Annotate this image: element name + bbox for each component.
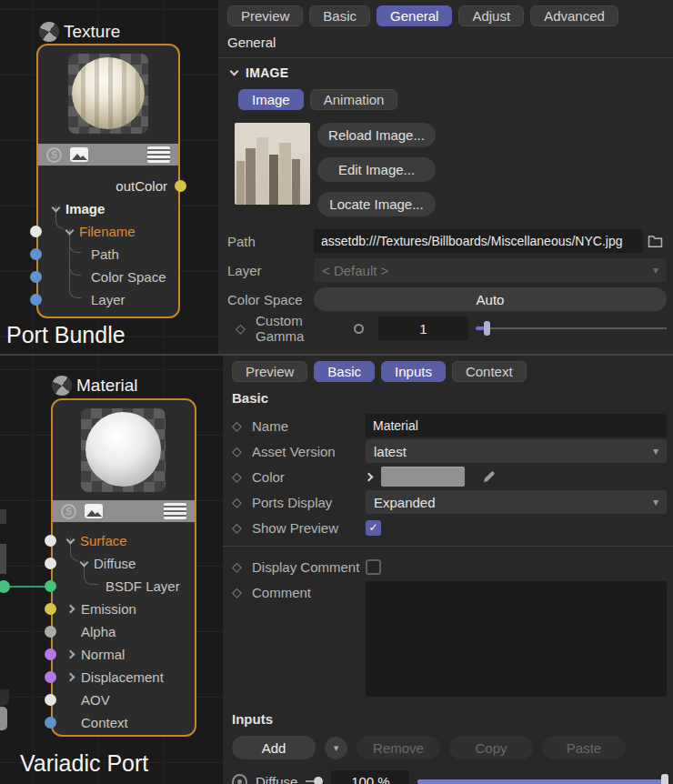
diffuse-value[interactable]: 100 % <box>331 770 409 784</box>
colorspace-button[interactable]: Auto <box>314 287 667 311</box>
expand-chevron-icon[interactable] <box>66 605 75 614</box>
asset-version-dropdown[interactable]: latest ▾ <box>366 439 667 463</box>
custom-gamma-slider[interactable] <box>476 321 667 336</box>
ports-display-dropdown[interactable]: Expanded ▾ <box>366 490 667 514</box>
solo-badge-icon[interactable]: S <box>46 147 62 163</box>
image-section-header[interactable]: IMAGE <box>231 65 667 80</box>
port-dot-bsdf-layer[interactable] <box>45 580 56 592</box>
keyframe-diamond-icon[interactable]: ◇ <box>232 495 252 509</box>
collapse-chevron-icon[interactable] <box>52 203 61 212</box>
color-swatch[interactable] <box>381 467 465 487</box>
material-node[interactable]: S Surface Diffuse <box>51 398 196 737</box>
port-dot-normal[interactable] <box>45 648 56 660</box>
port-dot-aov[interactable] <box>45 694 56 706</box>
port-label-emission: Emission <box>81 601 136 617</box>
tab-context[interactable]: Context <box>452 361 527 382</box>
remove-button[interactable]: Remove <box>357 736 440 759</box>
port-row-context: Context <box>53 711 195 734</box>
tab-inputs[interactable]: Inputs <box>381 361 446 382</box>
tab-basic[interactable]: Basic <box>314 361 375 382</box>
layer-row: Layer < Default > ▾ <box>227 258 667 282</box>
copy-button[interactable]: Copy <box>449 736 533 759</box>
show-preview-checkbox[interactable]: ✓ <box>366 520 381 536</box>
image-badge-icon[interactable] <box>85 504 103 518</box>
keyframe-diamond-icon[interactable]: ◇ <box>232 469 252 484</box>
port-dot-displacement[interactable] <box>45 671 56 683</box>
port-dot-context[interactable] <box>45 717 56 729</box>
port-dot-emission[interactable] <box>45 603 56 615</box>
folder-icon[interactable] <box>643 229 667 253</box>
diffuse-input-row: Diffuse 100 % <box>232 770 667 784</box>
mode-tab-animation[interactable]: Animation <box>310 89 398 110</box>
menu-icon[interactable] <box>164 503 186 519</box>
colorspace-value: Auto <box>477 292 505 307</box>
keyframe-diamond-icon[interactable]: ◇ <box>232 444 252 458</box>
tab-basic[interactable]: Basic <box>309 5 370 26</box>
display-comment-checkbox[interactable] <box>366 559 381 575</box>
expand-chevron-icon[interactable] <box>66 650 75 659</box>
add-button[interactable]: Add <box>232 736 316 759</box>
node-editor-canvas-bottom[interactable]: Material S Surface <box>0 356 223 784</box>
name-input[interactable] <box>366 414 667 437</box>
visibility-eye-icon[interactable] <box>232 774 247 784</box>
collapse-chevron-icon[interactable] <box>66 535 75 544</box>
port-label-layer: Layer <box>91 292 126 307</box>
eyedropper-icon[interactable] <box>477 465 501 488</box>
texture-node-title: Texture <box>39 22 120 42</box>
ports-display-value: Expanded <box>374 495 436 510</box>
collapse-chevron-icon[interactable] <box>65 226 75 235</box>
path-input[interactable] <box>314 229 643 253</box>
port-dot-path[interactable] <box>30 248 42 260</box>
keyframe-diamond-icon[interactable]: ◇ <box>232 520 252 535</box>
custom-gamma-value[interactable]: 1 <box>378 317 468 340</box>
layer-dropdown[interactable]: < Default > ▾ <box>314 258 667 282</box>
divider <box>223 546 673 547</box>
port-row-displacement: Displacement <box>53 666 195 689</box>
wire-endpoint-dot[interactable] <box>0 580 10 593</box>
add-dropdown-button[interactable]: ▾ <box>325 737 347 759</box>
port-dot-surface[interactable] <box>45 535 56 547</box>
tab-general[interactable]: General <box>377 5 452 26</box>
port-dot-outcolor[interactable] <box>175 180 186 192</box>
edit-image-button[interactable]: Edit Image... <box>317 157 436 182</box>
tab-preview[interactable]: Preview <box>232 361 307 382</box>
section-chevron-icon[interactable] <box>230 67 239 76</box>
keyframe-diamond-icon[interactable]: ◇ <box>232 585 252 599</box>
caption-variadic-port: Variadic Port <box>20 750 148 777</box>
keyframe-diamond-icon[interactable]: ◇ <box>236 321 256 336</box>
port-dot-colorspace[interactable] <box>30 271 42 283</box>
node-editor-canvas-top[interactable]: Texture S outColor <box>0 0 218 354</box>
locate-image-button[interactable]: Locate Image... <box>317 192 436 216</box>
expand-chevron-icon[interactable] <box>365 472 374 481</box>
comment-textarea[interactable] <box>366 581 667 697</box>
paste-button[interactable]: Paste <box>542 736 626 759</box>
keyframe-ring-icon[interactable] <box>354 324 364 334</box>
expand-chevron-icon[interactable] <box>66 673 75 682</box>
port-connector-icon[interactable] <box>306 777 323 784</box>
image-thumbnail[interactable] <box>235 123 310 205</box>
texture-node[interactable]: S outColor Image <box>36 44 180 318</box>
keyframe-diamond-icon[interactable]: ◇ <box>232 559 252 574</box>
reload-image-button[interactable]: Reload Image... <box>317 123 436 147</box>
collapse-chevron-icon[interactable] <box>80 558 89 567</box>
inputs-heading: Inputs <box>232 711 667 727</box>
port-dot-filename[interactable] <box>30 226 42 237</box>
tab-adjust[interactable]: Adjust <box>458 5 524 26</box>
port-dot-layer[interactable] <box>30 294 42 306</box>
port-row-outcolor: outColor <box>38 175 178 197</box>
diffuse-slider[interactable] <box>417 779 667 784</box>
slider-handle[interactable] <box>661 774 668 784</box>
tab-advanced[interactable]: Advanced <box>530 5 618 26</box>
slider-track[interactable] <box>476 327 667 329</box>
port-dot-alpha[interactable] <box>45 626 56 638</box>
tab-preview[interactable]: Preview <box>227 5 303 26</box>
keyframe-diamond-icon[interactable]: ◇ <box>232 418 252 433</box>
port-row-path: Path <box>38 243 178 266</box>
caption-port-bundle: Port Bundle <box>6 322 126 348</box>
menu-icon[interactable] <box>147 146 170 163</box>
solo-badge-icon[interactable]: S <box>61 504 76 519</box>
port-dot-diffuse[interactable] <box>45 558 56 569</box>
slider-handle[interactable] <box>484 321 490 336</box>
mode-tab-image[interactable]: Image <box>238 89 304 110</box>
image-badge-icon[interactable] <box>70 147 88 162</box>
